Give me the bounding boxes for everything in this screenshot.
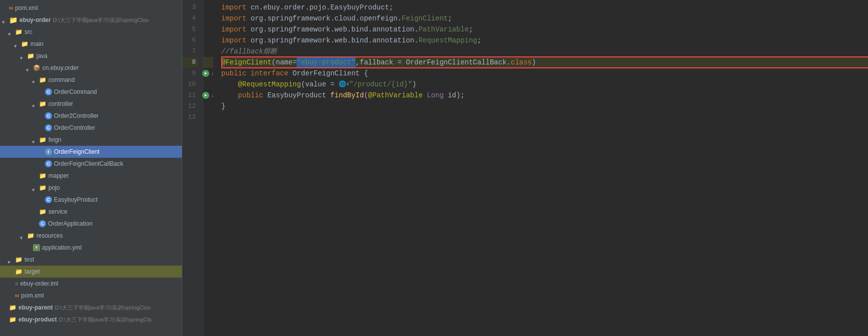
yaml-icon: Y bbox=[33, 244, 40, 251]
globe-icon: 🌐 bbox=[339, 79, 346, 90]
line-num-6: 6 bbox=[182, 35, 199, 46]
folder-icon: 📁 bbox=[27, 231, 34, 241]
gutter-9[interactable]: ▶ ↓ bbox=[203, 68, 213, 79]
gutter-11[interactable]: ▶ ↓ bbox=[203, 90, 213, 101]
sidebar-item-test[interactable]: 📁 test bbox=[0, 254, 182, 266]
no-arrow bbox=[38, 89, 44, 95]
iml-icon: ≡ bbox=[15, 279, 18, 289]
sidebar-item-label: mapper bbox=[48, 171, 69, 181]
line-num-7: 7 bbox=[182, 46, 199, 57]
keyword: import bbox=[221, 13, 251, 24]
sidebar-item-label: src bbox=[24, 27, 32, 37]
plain: } bbox=[221, 101, 225, 112]
annotation: @RequestMapping bbox=[238, 79, 301, 90]
sidebar-item-main[interactable]: 📁 main bbox=[0, 38, 182, 50]
plain: ; bbox=[448, 13, 452, 24]
gutter-7 bbox=[203, 46, 213, 57]
plain: OrderFeignClient { bbox=[293, 68, 368, 79]
sidebar-item-order-feign-callback[interactable]: C OrderFeignClientCallBack bbox=[0, 158, 182, 170]
sidebar-item-order2controller[interactable]: C Order2Controller bbox=[0, 110, 182, 122]
plain: (name= bbox=[272, 57, 297, 68]
plain: EasybuyProduct bbox=[267, 90, 330, 101]
code-line-6: import org.springframework.web.bind.anno… bbox=[221, 35, 868, 46]
sidebar-item-label: OrderFeignClientCallBack bbox=[54, 159, 123, 169]
gutter-5 bbox=[203, 24, 213, 35]
code-content-area: 3 4 5 6 7 8 9 10 11 12 13 ▶ ↓ bbox=[182, 0, 868, 336]
sidebar-item-cn-ebuy-order[interactable]: 📦 cn.ebuy.order bbox=[0, 62, 182, 74]
code-line-4: import org.springframework.cloud.openfei… bbox=[221, 13, 868, 24]
no-arrow bbox=[38, 125, 44, 131]
string-highlighted: "ebuy-product" bbox=[297, 57, 356, 68]
sidebar-item-application-yml[interactable]: Y application.yml bbox=[0, 242, 182, 254]
chevron-down-icon bbox=[8, 29, 14, 35]
keyword: public bbox=[221, 68, 251, 79]
sidebar-item-service[interactable]: 📁 service bbox=[0, 206, 182, 218]
java-class-icon: C bbox=[45, 88, 52, 95]
chevron-down-icon bbox=[32, 77, 38, 83]
sidebar-item-pojo[interactable]: 📁 pojo bbox=[0, 182, 182, 194]
code-editor: 3 4 5 6 7 8 9 10 11 12 13 ▶ ↓ bbox=[182, 0, 868, 336]
gutter-6 bbox=[203, 35, 213, 46]
folder-icon: 📁 bbox=[9, 15, 17, 25]
sidebar-item-mapper[interactable]: 📁 mapper bbox=[0, 170, 182, 182]
chevron-down-icon bbox=[20, 53, 26, 59]
sidebar-item-path: D:\大三下学期java学习\实训\springClou bbox=[55, 303, 151, 313]
sidebar-item-src[interactable]: 📁 src bbox=[0, 26, 182, 38]
sidebar-item-label: java bbox=[36, 51, 47, 61]
sidebar-item-controller[interactable]: 📁 controller bbox=[0, 98, 182, 110]
folder-icon: 📁 bbox=[39, 75, 46, 85]
no-arrow bbox=[32, 221, 38, 227]
sidebar-item-ebuy-order[interactable]: 📁 ebuy-order D:\大三下学期java学习\实训\springClo… bbox=[0, 14, 182, 26]
sidebar-item-label: controller bbox=[48, 99, 73, 109]
run-icon[interactable]: ▶ bbox=[202, 70, 209, 77]
run-icon[interactable]: ▶ bbox=[202, 92, 209, 99]
plain: org.springframework.web.bind.annotation. bbox=[251, 35, 419, 46]
sidebar-item-label: OrderCommand bbox=[54, 87, 97, 97]
chevron-down-icon bbox=[26, 65, 32, 71]
sidebar-item-order-command[interactable]: C OrderCommand bbox=[0, 86, 182, 98]
code-line-8: @FeignClient(name="ebuy-product",fallbac… bbox=[221, 57, 868, 68]
sidebar-item-label: EasybuyProduct bbox=[54, 195, 97, 205]
no-arrow bbox=[38, 197, 44, 203]
keyword: class bbox=[511, 57, 532, 68]
folder-icon: 📁 bbox=[27, 51, 34, 61]
sidebar-item-resources[interactable]: 📁 resources bbox=[0, 230, 182, 242]
sidebar-item-order-controller[interactable]: C OrderController bbox=[0, 122, 182, 134]
line-num-10: 10 bbox=[182, 79, 199, 90]
keyword: public bbox=[238, 90, 268, 101]
folder-icon: 📁 bbox=[39, 99, 46, 109]
sidebar-item-path: D:\大三下学期java学习\实训\springClo bbox=[59, 315, 152, 325]
sidebar-item-ebuy-product[interactable]: 📁 ebuy-product D:\大三下学期java学习\实训\springC… bbox=[0, 314, 182, 326]
plain: ) bbox=[532, 57, 536, 68]
line-num-4: 4 bbox=[182, 13, 199, 24]
java-class-icon: C bbox=[39, 220, 46, 227]
sidebar-item-pom-xml-top[interactable]: m pom.xml bbox=[0, 2, 182, 14]
sidebar-item-label: Order2Controller bbox=[54, 111, 98, 121]
plain: org.springframework.web.bind.annotation. bbox=[251, 24, 419, 35]
code-line-13 bbox=[221, 112, 868, 123]
sidebar-item-ebuy-order-iml[interactable]: ≡ ebuy-order.iml bbox=[0, 278, 182, 290]
gutter-4 bbox=[203, 13, 213, 24]
sidebar-item-order-application[interactable]: C OrderApplication bbox=[0, 218, 182, 230]
java-class-icon: C bbox=[45, 160, 52, 167]
sidebar-item-target[interactable]: 📁 target bbox=[0, 266, 182, 278]
sidebar-item-label: command bbox=[48, 75, 75, 85]
sidebar-item-command[interactable]: 📁 command bbox=[0, 74, 182, 86]
sidebar-item-pom-xml-bottom[interactable]: m pom.xml bbox=[0, 290, 182, 302]
sidebar-item-feign[interactable]: 📁 feign bbox=[0, 134, 182, 146]
gutter-10 bbox=[203, 79, 213, 90]
folder-icon: 📁 bbox=[15, 27, 22, 37]
sidebar-item-order-feign-client[interactable]: I OrderFeignClient bbox=[0, 146, 182, 158]
java-class-icon: C bbox=[45, 124, 52, 131]
no-arrow bbox=[32, 209, 38, 215]
class-ref: RequestMapping bbox=[419, 35, 477, 46]
sidebar-item-java[interactable]: 📁 java bbox=[0, 50, 182, 62]
no-arrow bbox=[8, 281, 14, 287]
folder-icon: 📁 bbox=[39, 207, 46, 217]
keyword: import bbox=[221, 24, 251, 35]
file-tree[interactable]: m pom.xml 📁 ebuy-order D:\大三下学期java学习\实训… bbox=[0, 0, 182, 336]
comment: //fallback熔断 bbox=[221, 46, 277, 57]
code-lines: import cn.ebuy.order.pojo.EasybuyProduct… bbox=[213, 0, 868, 336]
sidebar-item-easybuy-product[interactable]: C EasybuyProduct bbox=[0, 194, 182, 206]
sidebar-item-ebuy-parent[interactable]: 📁 ebuy-parent D:\大三下学期java学习\实训\springCl… bbox=[0, 302, 182, 314]
